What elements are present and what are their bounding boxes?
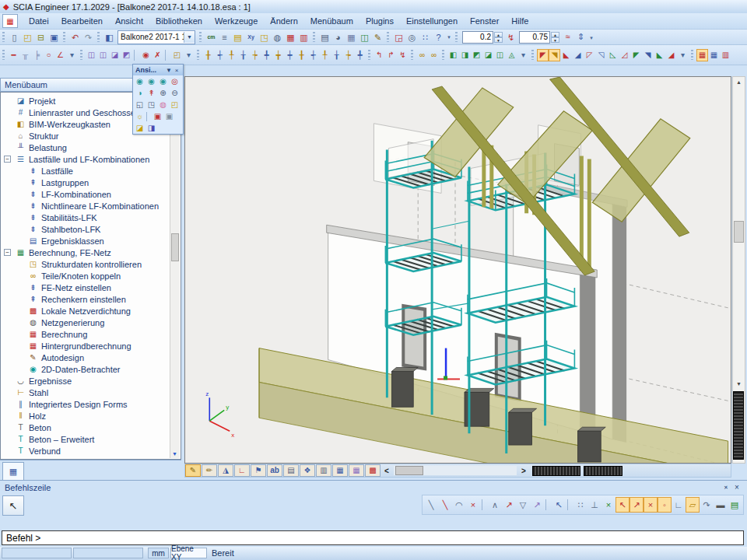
menubaum-tab[interactable]: ▦ [2, 462, 24, 480]
labels-icon[interactable]: ab [267, 464, 282, 477]
new-document-icon[interactable]: ▯ [8, 31, 21, 44]
results-table-icon[interactable]: ▦ [284, 31, 297, 44]
model-3d-scene[interactable]: z y x [185, 77, 731, 463]
split-window-icon[interactable]: ◧ [103, 31, 116, 44]
toolbar-overflow-icon[interactable]: ▾ [183, 49, 195, 61]
expander-minus-icon[interactable]: − [4, 249, 11, 256]
save-all-icon[interactable]: ⊟ [34, 31, 47, 44]
close-icon[interactable]: × [173, 67, 181, 74]
snap-delete-icon[interactable]: × [466, 497, 480, 513]
menu-item-menubaum[interactable]: Menübaum [304, 15, 359, 27]
node-support-icon[interactable]: ╥ [19, 49, 31, 61]
zoom-out-icon[interactable]: ⊖ [169, 87, 181, 99]
tree-item-beton[interactable]: TBeton [1, 422, 181, 433]
table-edit-icon[interactable]: ▦ [349, 464, 364, 477]
tree-item-teile-knoten-koppeln[interactable]: ∞Teile/Knoten koppeln [1, 270, 181, 282]
section-grid-icon[interactable]: ▩ [365, 464, 381, 477]
point-grid-icon[interactable]: ∷ [419, 31, 432, 44]
deformation-scale-icon[interactable]: ≈ [561, 30, 574, 43]
tree-item-stahl[interactable]: ⊢Stahl [1, 387, 181, 398]
tree-item-autodesign[interactable]: ✎Autodesign [1, 352, 181, 363]
menu-item-werkzeuge[interactable]: Werkzeuge [209, 15, 264, 27]
toolbar-overflow-icon[interactable]: ▾ [517, 49, 529, 61]
wireframe-icon[interactable]: ✎ [185, 464, 201, 477]
menu-item-einstellungen[interactable]: Einstellungen [400, 15, 464, 27]
toolbar-overflow-icon[interactable]: ▾ [587, 32, 595, 44]
snap-select-icon[interactable]: ▽ [516, 497, 530, 513]
tree-scrollbar[interactable]: ▲ ▼ [170, 93, 180, 458]
import-icon[interactable]: ◲ [392, 31, 405, 44]
shell-member-icon[interactable]: ╀ [319, 49, 331, 61]
paste-special-icon[interactable]: ◪ [482, 49, 494, 61]
load-scale-spinner[interactable]: ▲▼ [462, 31, 503, 44]
wall-member-icon[interactable]: ╁ [331, 49, 342, 61]
snap-line-point-icon[interactable]: ╲ [438, 497, 452, 513]
print-picture-icon[interactable]: ▤ [283, 464, 299, 477]
paste-icon[interactable]: ◩ [471, 49, 482, 61]
tree-scrollbar-thumb[interactable] [171, 233, 179, 261]
purlin-icon[interactable]: ╇ [261, 49, 272, 61]
load-scale-input[interactable] [462, 31, 493, 44]
tree-item-lastfalle[interactable]: ⇟Lastfälle [1, 165, 181, 177]
document-map-icon[interactable]: ◫ [358, 31, 371, 44]
menu-item-ansicht[interactable]: Ansicht [109, 15, 149, 27]
tree-item-hintergrundberechnung[interactable]: ▦Hintergrundberechnung [1, 340, 181, 352]
tree-item-lf-kombinationen[interactable]: ⇟LF-Kombinationen [1, 188, 181, 200]
zoom-slider-horizontal-1[interactable] [532, 466, 580, 476]
local-axes-icon[interactable]: ∟ [234, 464, 250, 477]
cursor-mode-button[interactable]: ↖ [2, 495, 24, 516]
stepper-down-icon[interactable]: ▼ [494, 37, 503, 43]
animation-icon[interactable]: ◨ [146, 122, 157, 134]
scroll-right-icon[interactable]: > [518, 467, 529, 475]
clipboard-doc-icon[interactable]: ◳ [258, 31, 271, 44]
tree-item-belastung[interactable]: ╨Belastung [1, 142, 181, 153]
stepper-up-icon[interactable]: ▲ [494, 32, 503, 37]
tree-item-ergebnisklassen[interactable]: ▤Ergebnisklassen [1, 235, 181, 247]
panel-corner-icon[interactable]: ◢ [572, 49, 584, 61]
tree-item-fe-netz-einstellen[interactable]: ⇟FE-Netz einstellen [1, 282, 181, 293]
print-preview-icon[interactable]: ◕ [331, 31, 345, 44]
load-scale-icon[interactable]: ↯ [504, 31, 517, 44]
gallery-icon[interactable]: ▥ [316, 464, 331, 477]
select-members-icon[interactable]: ↰ [374, 49, 385, 61]
copy-add2-icon[interactable]: ◨ [459, 49, 471, 61]
tree-item-beton-erweitert[interactable]: TBeton – Erweitert [1, 433, 181, 445]
mirror-icon[interactable]: ◩ [121, 49, 132, 61]
snap-intersection-icon[interactable]: × [644, 497, 658, 513]
load-panel-icon[interactable]: ┾ [342, 49, 354, 61]
view-z-icon[interactable]: ◉ [134, 75, 146, 87]
zoom-in-icon[interactable]: ⊕ [157, 87, 169, 99]
snap-move-icon[interactable]: ↗ [502, 497, 516, 513]
zoom-window-icon[interactable]: ◱ [134, 99, 146, 110]
tree-item-lastfalle-und-lf-kombinationen[interactable]: −☰Lastfälle und LF-Kombinationen [1, 153, 181, 165]
panel-select-icon[interactable]: ◺ [607, 49, 619, 61]
viewport-hscrollbar[interactable] [394, 466, 517, 475]
internal-node-icon[interactable]: ╂ [296, 49, 307, 61]
print-icon[interactable]: ▤ [318, 31, 331, 44]
beam-member-icon[interactable]: ╂ [202, 49, 214, 61]
walk-mode-icon[interactable]: ↟ [146, 87, 157, 99]
zoom-all-icon[interactable]: ◳ [146, 99, 157, 110]
select-hatch-icon[interactable]: ↯ [397, 49, 409, 61]
cursor-track-icon[interactable]: ↖ [552, 497, 566, 513]
ungroup-icon[interactable]: ◬ [506, 49, 517, 61]
glasses-inactive-icon[interactable]: ∞ [428, 49, 440, 61]
panel-h-icon[interactable]: ◣ [654, 49, 665, 61]
snap-polygon-icon[interactable]: ▱ [686, 497, 700, 513]
menu-item-datei[interactable]: Datei [23, 15, 55, 27]
load-grid2-icon[interactable]: ▦ [708, 49, 720, 61]
scroll-up-icon[interactable]: ▲ [733, 77, 745, 87]
panel-green-icon[interactable]: ◤ [630, 49, 642, 61]
snap-arc-center-icon[interactable]: ↷ [700, 497, 714, 513]
load-grid3-icon[interactable]: ▥ [720, 49, 731, 61]
stepper-down-icon[interactable]: ▼ [551, 37, 559, 43]
undo-icon[interactable]: ↶ [68, 31, 82, 44]
snap-segment-icon[interactable]: ↗ [530, 497, 544, 513]
menu-item-andern[interactable]: Ändern [264, 15, 303, 27]
toolbar-overflow-icon[interactable]: ▾ [445, 31, 453, 44]
visibility-icon[interactable]: ◉ [140, 49, 152, 61]
chevron-down-icon[interactable]: ▼ [184, 32, 195, 43]
copy-multi-icon[interactable]: ◫ [97, 49, 109, 61]
snap-arc-icon[interactable]: ◠ [452, 497, 466, 513]
view-axo-icon[interactable]: ◎ [169, 75, 181, 87]
